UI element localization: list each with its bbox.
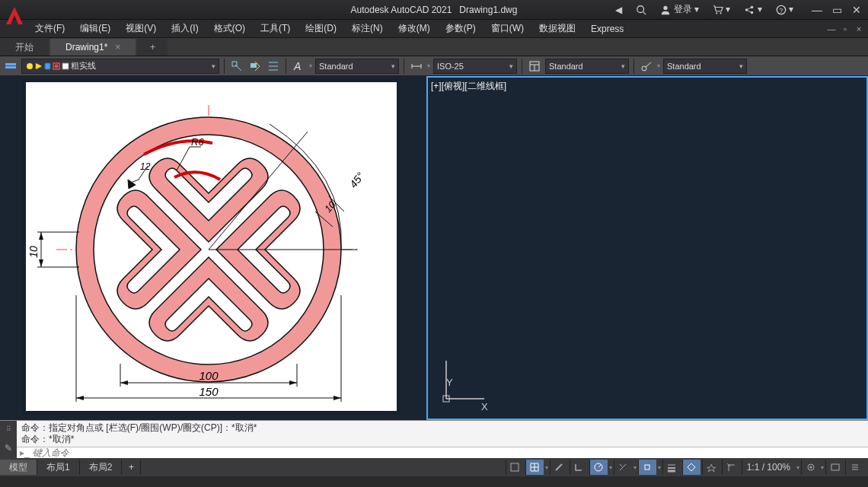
svg-line-8: [748, 8, 751, 9]
tab-layout1[interactable]: 布局1: [37, 460, 80, 475]
menu-dimension[interactable]: 标注(N): [344, 22, 391, 35]
svg-point-17: [55, 64, 59, 68]
search-icon[interactable]: [631, 2, 651, 17]
sb-grid-icon[interactable]: [525, 460, 544, 475]
menu-file[interactable]: 文件(F): [27, 22, 72, 35]
svg-text:?: ?: [779, 6, 783, 14]
dim-10-left: 10: [27, 246, 40, 258]
svg-point-3: [716, 12, 717, 14]
svg-text:A: A: [293, 60, 301, 72]
menu-view[interactable]: 视图(V): [118, 22, 164, 35]
svg-point-0: [637, 6, 644, 13]
svg-point-6: [751, 6, 754, 9]
sb-cycle-icon[interactable]: [682, 460, 700, 475]
drawing-canvas[interactable]: 100 150 10 45° 10 R6 12: [23, 79, 400, 414]
right-viewport[interactable]: [+][俯视][二维线框] Y X: [426, 76, 868, 420]
layer-dropdown[interactable]: 粗实线▾: [21, 59, 219, 74]
sub-restore-icon[interactable]: ▫: [839, 24, 851, 35]
tab-model[interactable]: 模型: [0, 460, 37, 475]
layer-match-icon[interactable]: [229, 59, 244, 74]
menu-dataview[interactable]: 数据视图: [531, 22, 583, 35]
dim-style-icon[interactable]: [409, 59, 424, 74]
dimstyle-dropdown[interactable]: ISO-25▾: [433, 59, 517, 74]
command-history: 命令：指定对角点或 [栏选(F)/圈围(WP)/圈交(CP)]：*取消* 命令：…: [17, 421, 868, 447]
layer-state-icon[interactable]: [266, 59, 281, 74]
text-style-icon[interactable]: A: [291, 59, 306, 74]
layer-prev-icon[interactable]: [247, 59, 263, 74]
tab-new-icon[interactable]: +: [137, 39, 168, 56]
left-viewport[interactable]: 100 150 10 45° 10 R6 12: [0, 76, 426, 420]
tablestyle-dropdown[interactable]: Standard▾: [545, 59, 629, 74]
tab-close-icon[interactable]: ×: [115, 42, 120, 53]
menu-window[interactable]: 窗口(W): [483, 22, 531, 35]
help-icon[interactable]: ? ▾: [771, 2, 798, 17]
sb-isodraft-icon[interactable]: [614, 460, 632, 475]
tab-start[interactable]: 开始: [0, 39, 49, 56]
app-menu-icon[interactable]: [3, 5, 26, 30]
sb-custom-icon[interactable]: [845, 460, 863, 475]
menu-format[interactable]: 格式(O): [206, 22, 253, 35]
tab-add-icon[interactable]: +: [122, 460, 141, 475]
qat-left-icon[interactable]: ◀: [611, 3, 627, 17]
layer-properties-icon[interactable]: [3, 59, 18, 74]
minimize-button[interactable]: —: [809, 4, 825, 16]
textstyle-dropdown[interactable]: Standard▾: [315, 59, 399, 74]
sb-polar-icon[interactable]: [589, 460, 608, 475]
cmd-handle-icon[interactable]: ⠿: [6, 425, 11, 433]
table-style-icon[interactable]: [527, 59, 542, 74]
svg-point-61: [809, 466, 812, 469]
sb-lwt-icon[interactable]: [662, 460, 681, 475]
svg-point-7: [751, 11, 754, 14]
tab-layout2[interactable]: 布局2: [80, 460, 123, 475]
svg-point-4: [720, 12, 721, 14]
dim-12: 12: [140, 161, 151, 172]
menubar: 文件(F) 编辑(E) 视图(V) 插入(I) 格式(O) 工具(T) 绘图(D…: [0, 20, 868, 38]
axis-y-label: Y: [446, 377, 453, 388]
sub-close-icon[interactable]: ×: [853, 24, 865, 35]
cart-icon[interactable]: ▾: [708, 2, 735, 17]
mleader-style-icon[interactable]: [639, 59, 654, 74]
sub-minimize-icon[interactable]: —: [825, 24, 838, 35]
menu-draw[interactable]: 绘图(D): [298, 22, 344, 35]
menu-express[interactable]: Express: [583, 24, 631, 34]
dim-100: 100: [199, 369, 219, 382]
menu-parametric[interactable]: 参数(P): [438, 22, 483, 35]
svg-rect-62: [831, 464, 839, 470]
sb-gear-icon[interactable]: [801, 460, 819, 475]
svg-line-27: [646, 62, 651, 67]
sb-annomon-icon[interactable]: [702, 460, 720, 475]
viewport-label[interactable]: [+][俯视][二维线框]: [431, 80, 506, 93]
login-button[interactable]: 登录 ▾: [656, 2, 704, 18]
maximize-button[interactable]: ▭: [828, 4, 845, 16]
svg-rect-15: [45, 63, 50, 69]
sb-ortho-icon[interactable]: [570, 460, 588, 475]
svg-rect-53: [511, 463, 519, 471]
sb-snap-icon[interactable]: [550, 460, 568, 475]
svg-rect-12: [5, 63, 16, 65]
layer-state-icons: [25, 61, 71, 72]
file-title: Drawing1.dwg: [459, 5, 517, 15]
menu-modify[interactable]: 修改(M): [391, 22, 438, 35]
sb-osnap-icon[interactable]: [638, 460, 656, 475]
axis-x-label: X: [481, 401, 488, 412]
menu-insert[interactable]: 插入(I): [164, 22, 206, 35]
sb-model-icon[interactable]: [506, 460, 524, 475]
svg-point-14: [27, 63, 33, 69]
menu-edit[interactable]: 编辑(E): [72, 22, 118, 35]
svg-point-2: [664, 6, 668, 10]
dim-r6: R6: [191, 136, 204, 148]
close-button[interactable]: ✕: [848, 4, 865, 16]
sb-annoscale-icon[interactable]: [722, 460, 740, 475]
mleaderstyle-dropdown[interactable]: Standard▾: [663, 59, 747, 74]
cmd-config-icon[interactable]: ✎: [5, 443, 12, 454]
svg-line-9: [748, 11, 751, 12]
command-input[interactable]: [33, 447, 865, 458]
sb-zoom-text[interactable]: 1:1 / 100%: [742, 460, 795, 475]
sb-cleanscreen-icon[interactable]: [825, 460, 844, 475]
svg-rect-13: [5, 66, 16, 68]
tab-drawing1[interactable]: Drawing1*×: [50, 39, 136, 56]
svg-rect-18: [62, 63, 69, 69]
share-icon[interactable]: ▾: [739, 2, 766, 17]
menu-tools[interactable]: 工具(T): [253, 22, 298, 35]
svg-line-1: [643, 12, 646, 15]
